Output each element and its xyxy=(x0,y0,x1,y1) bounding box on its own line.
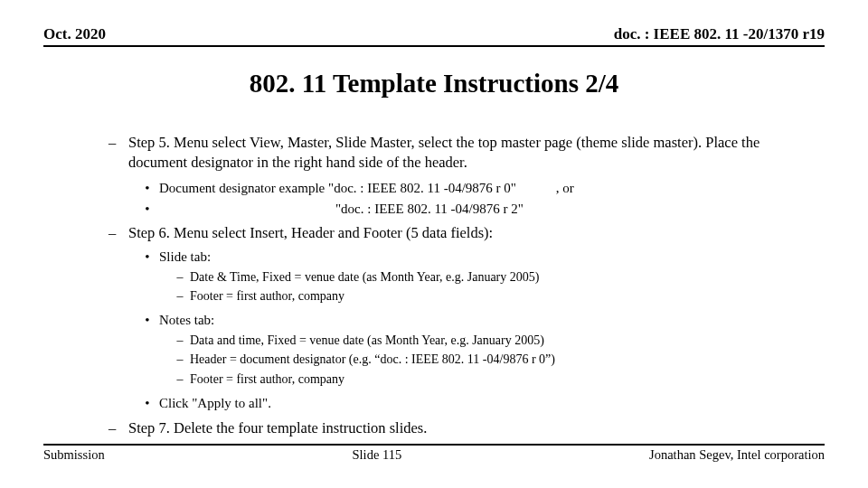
step-5-example-2-text: "doc. : IEEE 802. 11 -04/9876 r 2" xyxy=(159,200,816,218)
notes-tab-date: – Data and time, Fixed = venue date (as … xyxy=(52,333,816,350)
slide-tab-footer: – Footer = first author, company xyxy=(52,288,816,305)
dash-marker: – xyxy=(170,333,190,350)
header-doc-designator: doc. : IEEE 802. 11 -20/1370 r19 xyxy=(614,25,825,43)
notes-tab-header-text: Header = document designator (e.g. “doc.… xyxy=(190,352,816,369)
notes-tab-item: • Notes tab: xyxy=(52,311,816,329)
dash-marker: – xyxy=(96,223,128,243)
footer-left: Submission xyxy=(43,447,105,463)
step-6: – Step 6. Menu select Insert, Header and… xyxy=(52,223,816,243)
bullet-marker: • xyxy=(136,248,159,266)
header-row: Oct. 2020 doc. : IEEE 802. 11 -20/1370 r… xyxy=(43,25,825,47)
step-5-text: Step 5. Menu select View, Master, Slide … xyxy=(128,133,816,174)
dash-marker: – xyxy=(170,288,190,305)
step-5-example-1-text: Document designator example "doc. : IEEE… xyxy=(159,179,816,197)
bullet-marker: • xyxy=(136,200,159,218)
header-date: Oct. 2020 xyxy=(43,25,106,43)
slide-tab-label: Slide tab: xyxy=(159,248,816,266)
slide-title: 802. 11 Template Instructions 2/4 xyxy=(43,69,825,99)
dash-marker: – xyxy=(96,133,128,174)
footer-center: Slide 115 xyxy=(353,447,402,463)
notes-tab-footer: – Footer = first author, company xyxy=(52,371,816,389)
slide-tab-date: – Date & Time, Fixed = venue date (as Mo… xyxy=(52,269,816,286)
step-5: – Step 5. Menu select View, Master, Slid… xyxy=(52,133,816,174)
slide-page: Oct. 2020 doc. : IEEE 802. 11 -20/1370 r… xyxy=(0,0,868,438)
step-7: – Step 7. Delete the four template instr… xyxy=(52,418,816,438)
dash-marker: – xyxy=(170,352,190,369)
apply-to-all-item: • Click "Apply to all". xyxy=(52,394,816,412)
notes-tab-label: Notes tab: xyxy=(159,311,816,329)
apply-to-all-text: Click "Apply to all". xyxy=(159,394,816,412)
designator-example-suffix: , or xyxy=(520,179,574,197)
bullet-marker: • xyxy=(136,179,159,197)
bullet-marker: • xyxy=(136,394,159,412)
notes-tab-date-text: Data and time, Fixed = venue date (as Mo… xyxy=(190,333,816,350)
dash-marker: – xyxy=(96,418,128,438)
slide-tab-date-text: Date & Time, Fixed = venue date (as Mont… xyxy=(190,269,816,286)
step-6-text: Step 6. Menu select Insert, Header and F… xyxy=(128,223,816,243)
slide-content: – Step 5. Menu select View, Master, Slid… xyxy=(43,133,825,438)
bullet-marker: • xyxy=(136,311,159,329)
footer-right: Jonathan Segev, Intel corporation xyxy=(649,447,825,463)
slide-tab-footer-text: Footer = first author, company xyxy=(190,288,816,305)
dash-marker: – xyxy=(170,371,190,389)
notes-tab-header: – Header = document designator (e.g. “do… xyxy=(52,352,816,369)
notes-tab-footer-text: Footer = first author, company xyxy=(190,371,816,389)
step-5-example-2: • "doc. : IEEE 802. 11 -04/9876 r 2" xyxy=(52,200,816,218)
slide-tab-item: • Slide tab: xyxy=(52,248,816,266)
step-7-text: Step 7. Delete the four template instruc… xyxy=(128,418,816,438)
designator-example-prefix: Document designator example "doc. : IEEE… xyxy=(159,181,516,195)
step-5-example-1: • Document designator example "doc. : IE… xyxy=(52,179,816,197)
dash-marker: – xyxy=(170,269,190,286)
footer-row: Submission Slide 115 Jonathan Segev, Int… xyxy=(0,446,868,463)
